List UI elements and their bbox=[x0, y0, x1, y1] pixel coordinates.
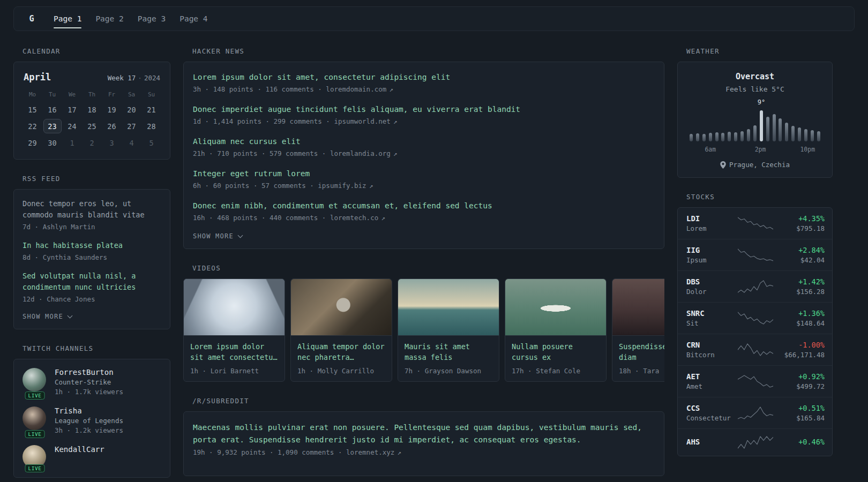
hackernews-item-domain[interactable]: ipsumworld.net↗ bbox=[334, 117, 397, 125]
rss-item-title[interactable]: In hac habitasse platea bbox=[23, 240, 161, 251]
rss-card: Donec tempor eros leo, ut commodo mauris… bbox=[13, 189, 170, 329]
twitch-channel[interactable]: LIVE KendallCarr bbox=[23, 445, 161, 469]
calendar-day[interactable]: 28 bbox=[141, 118, 161, 134]
hackernews-item-title[interactable]: Donec imperdiet augue tincidunt felis al… bbox=[193, 104, 655, 115]
calendar-day[interactable]: 29 bbox=[23, 135, 42, 150]
video-body: Mauris sit amet massa felis 7h · Grayson… bbox=[398, 336, 499, 381]
calendar-day[interactable]: 19 bbox=[102, 102, 122, 117]
tab-page-4[interactable]: Page 4 bbox=[179, 7, 207, 31]
channel-game: Counter-Strike bbox=[55, 378, 123, 386]
hackernews-item: Donec enim nibh, condimentum et accumsan… bbox=[193, 200, 655, 222]
stock-ticker: CRN bbox=[686, 341, 738, 349]
hackernews-item-title[interactable]: Integer eget rutrum lorem bbox=[193, 168, 655, 179]
rss-item: Donec tempor eros leo, ut commodo mauris… bbox=[23, 198, 161, 231]
stock-change: -1.00% bbox=[773, 341, 825, 349]
stock-row: AET Amet +0.92% $499.72 bbox=[678, 365, 832, 397]
calendar-day[interactable]: 22 bbox=[23, 118, 42, 134]
subreddit-post-domain[interactable]: loremnet.xyz↗ bbox=[346, 448, 401, 456]
calendar-day[interactable]: 16 bbox=[42, 102, 62, 117]
avatar bbox=[23, 406, 46, 430]
hackernews-item: Integer eget rutrum lorem 6h · 60 points… bbox=[193, 168, 655, 190]
tab-page-1[interactable]: Page 1 bbox=[54, 7, 81, 31]
video-card[interactable]: Aliquam tempor dolor nec pharetra… 1h · … bbox=[290, 278, 392, 382]
stock-name: Sit bbox=[686, 319, 738, 327]
subreddit-post: Maecenas mollis pulvinar erat non posuer… bbox=[193, 421, 655, 456]
calendar-day[interactable]: 18 bbox=[82, 102, 102, 117]
stock-change: +1.36% bbox=[773, 309, 825, 318]
external-link-icon: ↗ bbox=[381, 214, 385, 222]
calendar-day[interactable]: 27 bbox=[122, 118, 141, 134]
stock-ticker: AET bbox=[686, 372, 738, 381]
video-card[interactable]: Suspendisse diam 18h · Tara bbox=[612, 278, 664, 382]
channel-name: Trisha bbox=[55, 406, 123, 415]
twitch-channel[interactable]: LIVE Trisha League of Legends 3h · 1.2k … bbox=[23, 406, 161, 434]
stock-change: +0.51% bbox=[773, 404, 825, 412]
section-title-weather: WEATHER bbox=[686, 47, 833, 55]
hackernews-item-title[interactable]: Lorem ipsum dolor sit amet, consectetur … bbox=[193, 72, 655, 83]
hackernews-item-domain[interactable]: ipsumify.biz↗ bbox=[318, 182, 373, 190]
stock-values: -1.00% $66,171.48 bbox=[773, 341, 825, 359]
hackernews-show-more-button[interactable]: SHOW MORE bbox=[193, 232, 242, 240]
show-more-label: SHOW MORE bbox=[193, 232, 234, 240]
stock-ticker: CCS bbox=[686, 404, 738, 412]
calendar-day[interactable]: 25 bbox=[82, 118, 102, 134]
video-title: Lorem ipsum dolor sit amet consectetu… bbox=[190, 341, 278, 363]
stock-row: AHS +0.46% bbox=[678, 428, 832, 456]
topbar: G Page 1 Page 2 Page 3 Page 4 bbox=[13, 6, 855, 31]
hackernews-item-domain[interactable]: loremtech.co↗ bbox=[330, 214, 385, 222]
hackernews-item-title[interactable]: Donec enim nibh, condimentum et accumsan… bbox=[193, 200, 655, 212]
twitch-channel[interactable]: LIVE ForrestBurton Counter-Strike 1h · 1… bbox=[23, 368, 161, 396]
calendar-day-header: Th bbox=[82, 88, 102, 101]
stock-row: LDI Lorem +4.35% $795.18 bbox=[678, 208, 832, 239]
calendar-day[interactable]: 30 bbox=[42, 135, 62, 150]
calendar-day-next-month[interactable]: 1 bbox=[62, 135, 82, 150]
video-card[interactable]: Nullam posuere cursus ex 17h · Stefan Co… bbox=[505, 278, 607, 382]
calendar-day-header: Fr bbox=[102, 88, 122, 101]
hackernews-item-meta: 1d · 1,414 points · 299 comments · ipsum… bbox=[193, 117, 655, 125]
calendar-day-next-month[interactable]: 3 bbox=[102, 135, 122, 150]
calendar-day[interactable]: 26 bbox=[102, 118, 122, 134]
calendar-day[interactable]: 15 bbox=[23, 102, 42, 117]
tab-page-2[interactable]: Page 2 bbox=[95, 7, 123, 31]
hackernews-item-title[interactable]: Aliquam nec cursus elit bbox=[193, 136, 655, 147]
rss-item-meta: 8d · Cynthia Saunders bbox=[23, 253, 161, 261]
calendar-day-next-month[interactable]: 5 bbox=[141, 135, 161, 150]
calendar-day[interactable]: 21 bbox=[141, 102, 161, 117]
stock-id: CRN Bitcorn bbox=[686, 341, 738, 359]
calendar-day-next-month[interactable]: 2 bbox=[82, 135, 102, 150]
rss-show-more-button[interactable]: SHOW MORE bbox=[23, 313, 72, 320]
calendar-day[interactable]: 20 bbox=[122, 102, 141, 117]
avatar-wrap: LIVE bbox=[23, 445, 47, 469]
hackernews-item: Aliquam nec cursus elit 21h · 710 points… bbox=[193, 136, 655, 157]
stock-change: +0.92% bbox=[773, 372, 825, 381]
stock-row: CRN Bitcorn -1.00% $66,171.48 bbox=[678, 334, 832, 365]
weather-condition: Overcast bbox=[687, 72, 822, 81]
weather-card: Overcast Feels like 5°C 9° 6am 2pm 10pm … bbox=[677, 62, 833, 178]
section-title-rss: RSS FEED bbox=[23, 175, 170, 183]
calendar-day[interactable]: 24 bbox=[62, 118, 82, 134]
stock-ticker: SNRC bbox=[686, 309, 738, 318]
tab-page-3[interactable]: Page 3 bbox=[138, 7, 166, 31]
video-card[interactable]: Lorem ipsum dolor sit amet consectetu… 1… bbox=[183, 278, 285, 382]
right-column: WEATHER Overcast Feels like 5°C 9° 6am 2… bbox=[677, 47, 833, 471]
external-link-icon: ↗ bbox=[397, 448, 401, 456]
subreddit-post-title[interactable]: Maecenas mollis pulvinar erat non posuer… bbox=[193, 421, 654, 446]
calendar-day-selected[interactable]: 23 bbox=[43, 119, 62, 133]
stock-id: AHS bbox=[686, 438, 738, 448]
video-card[interactable]: Mauris sit amet massa felis 7h · Grayson… bbox=[398, 278, 499, 382]
stock-sparkline bbox=[738, 248, 773, 262]
avatar bbox=[23, 368, 46, 391]
hackernews-item-domain[interactable]: loremdomain.com↗ bbox=[326, 85, 393, 93]
video-title: Mauris sit amet massa felis bbox=[405, 341, 492, 363]
channel-game: League of Legends bbox=[55, 417, 123, 425]
channel-viewers: 3h · 1.2k viewers bbox=[55, 426, 123, 434]
hackernews-item-domain[interactable]: loremlandia.org↗ bbox=[330, 149, 397, 157]
calendar-day[interactable]: 17 bbox=[62, 102, 82, 117]
rss-item-title[interactable]: Donec tempor eros leo, ut commodo mauris… bbox=[23, 198, 161, 221]
twitch-card: LIVE ForrestBurton Counter-Strike 1h · 1… bbox=[13, 359, 170, 478]
calendar-day-next-month[interactable]: 4 bbox=[122, 135, 141, 150]
twitch-widget: TWITCH CHANNELS LIVE ForrestBurton Count… bbox=[13, 344, 170, 478]
stock-change: +2.84% bbox=[773, 246, 825, 254]
rss-item-title[interactable]: Sed volutpat nulla nisl, a condimentum n… bbox=[23, 270, 161, 293]
section-title-stocks: STOCKS bbox=[686, 193, 833, 201]
